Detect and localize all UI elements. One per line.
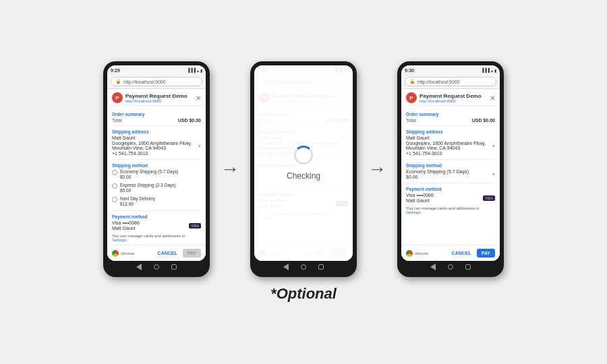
- shipping-address-3: Googleplex, 1600 Amphitheatre Pkwy, Moun…: [406, 141, 492, 150]
- payment-detail-1: Visa ••••0086 Matt Gaunt: [112, 220, 140, 231]
- chrome-label-1: chrome: [121, 251, 134, 255]
- phone-nav-2: [254, 261, 353, 273]
- settings-link-1[interactable]: Settings.: [112, 238, 127, 242]
- option-price-1c: $12.00: [120, 202, 134, 206]
- payment-row-3: Visa ••••0086 Matt Gaunt VISA: [406, 193, 495, 204]
- radio-1b[interactable]: [112, 183, 117, 189]
- shipping-addr-row-1: Matt Gaunt Googleplex, 1600 Amphitheatre…: [112, 135, 201, 156]
- option-text-1c: Next Day Delivery $12.00: [120, 196, 155, 208]
- arrow-2: →: [368, 158, 386, 180]
- shipping-economy-row: Economy Shipping (5-7 Days) $0.00 ▾: [406, 169, 495, 180]
- card-holder-1: Matt Gaunt: [112, 226, 140, 231]
- recents-btn-3[interactable]: [465, 264, 471, 270]
- total-label-3: Total: [406, 118, 416, 123]
- chrome-logo-3: [406, 250, 413, 257]
- shipping-addr-row-3: Matt Gaunt Googleplex, 1600 Amphitheatre…: [406, 135, 495, 156]
- option-price-1b: $5.00: [120, 188, 131, 193]
- chrome-header-1: 🔒 http://localhost:9000: [107, 75, 206, 89]
- battery-icon-3: ▮: [494, 68, 496, 73]
- payment-sheet-3: P Payment Request Demo http://localhost:…: [401, 89, 500, 261]
- order-summary-label-3: Order summary: [406, 112, 495, 117]
- shipping-addr-detail-3: Matt Gaunt Googleplex, 1600 Amphitheatre…: [406, 135, 492, 156]
- shipping-method-label-3: Shipping method: [406, 163, 495, 168]
- chevron-addr-3: ▾: [492, 144, 495, 149]
- radio-1c[interactable]: [112, 197, 117, 202]
- shipping-addr-label-1: Shipping address: [112, 129, 201, 134]
- footer-chrome-1: chrome: [112, 250, 134, 257]
- footer-buttons-1: CANCEL PAY: [156, 249, 201, 257]
- back-btn-1[interactable]: [136, 264, 142, 270]
- phone-nav-3: [401, 261, 500, 273]
- pay-btn-1[interactable]: PAY: [183, 249, 201, 257]
- sheet-title-group-3: Payment Request Demo http://localhost:90…: [420, 93, 482, 103]
- sheet-title-group-1: Payment Request Demo http://localhost:90…: [125, 93, 187, 103]
- sheet-footer-3: chrome CANCEL PAY: [401, 245, 500, 261]
- status-icons-3: ▐▐▐ ▴ ▮: [481, 68, 496, 73]
- shipping-phone-1: +1 541-754-3010: [112, 151, 198, 156]
- option-label-1b: Express Shipping (2-3 Days): [120, 183, 176, 187]
- url-bar-1[interactable]: 🔒 http://localhost:9000: [111, 77, 202, 86]
- chrome-header-3: 🔒 http://localhost:9000: [401, 75, 500, 89]
- cancel-btn-3[interactable]: CANCEL: [450, 249, 473, 257]
- lock-icon-3: 🔒: [409, 79, 415, 84]
- url-text-3: http://localhost:9000: [417, 80, 460, 84]
- shipping-option-1c[interactable]: Next Day Delivery $12.00: [112, 196, 201, 208]
- payment-sheet-1: P Payment Request Demo http://localhost:…: [107, 89, 206, 261]
- status-bar-1: 9:29 ▐▐▐ ▴ ▮: [107, 65, 206, 75]
- sheet-icon-3: P: [406, 92, 417, 103]
- shipping-option-1b[interactable]: Express Shipping (2-3 Days) $5.00: [112, 183, 201, 194]
- sheet-footer-1: chrome CANCEL PAY: [107, 245, 206, 261]
- status-icons-1: ▐▐▐ ▴ ▮: [187, 68, 202, 73]
- card-number-3: Visa ••••0086: [406, 193, 434, 198]
- shipping-addr-label-3: Shipping address: [406, 129, 495, 134]
- back-btn-2[interactable]: [283, 264, 289, 270]
- visa-badge-3: VISA: [483, 195, 495, 201]
- sheet-url-3: http://localhost:9000: [420, 99, 482, 103]
- chevron-addr-1: ▾: [198, 144, 201, 149]
- sheet-header-3: P Payment Request Demo http://localhost:…: [401, 89, 500, 106]
- home-btn-2[interactable]: [301, 264, 306, 270]
- phone-3: 9:30 ▐▐▐ ▴ ▮ 🔒 http://localhost:9000 P: [397, 61, 504, 277]
- url-bar-3[interactable]: 🔒 http://localhost:9000: [405, 77, 496, 86]
- phone-3-screen: 9:30 ▐▐▐ ▴ ▮ 🔒 http://localhost:9000 P: [401, 65, 500, 261]
- pay-btn-3[interactable]: PAY: [477, 249, 495, 257]
- option-text-1a: Economy Shipping (5-7 Days) $0.00: [120, 169, 178, 181]
- shipping-name-3: Matt Gaunt: [406, 135, 492, 140]
- economy-price-3: $0.00: [406, 175, 469, 179]
- sheet-header-1: P Payment Request Demo http://localhost:…: [107, 89, 206, 106]
- url-text-1: http://localhost:9000: [123, 80, 166, 84]
- phone-2: 9:29 ▐▐▐ ▴ ▮ 🔒 http://localhost:9000 P: [250, 61, 357, 277]
- phones-container: 9:29 ▐▐▐ ▴ ▮ 🔒 http://localhost:9000 P: [103, 61, 504, 277]
- back-btn-3[interactable]: [430, 264, 436, 270]
- home-btn-3[interactable]: [448, 264, 453, 270]
- phone-1-screen: 9:29 ▐▐▐ ▴ ▮ 🔒 http://localhost:9000 P: [107, 65, 206, 261]
- settings-link-3[interactable]: Settings.: [406, 210, 422, 214]
- settings-text-1: You can manage cards and addresses in Se…: [112, 234, 201, 242]
- phone-nav-1: [107, 261, 206, 273]
- recents-btn-2[interactable]: [318, 264, 324, 270]
- footer-chrome-3: chrome: [406, 250, 428, 257]
- home-btn-1[interactable]: [154, 264, 159, 270]
- close-btn-3[interactable]: ✕: [490, 94, 495, 102]
- option-label-1c: Next Day Delivery: [120, 196, 155, 201]
- payment-row-1: Visa ••••0086 Matt Gaunt VISA: [112, 220, 201, 231]
- sheet-title-1: Payment Request Demo: [125, 93, 187, 99]
- cancel-btn-1[interactable]: CANCEL: [156, 249, 179, 257]
- sheet-url-1: http://localhost:9000: [125, 99, 187, 103]
- option-label-1a: Economy Shipping (5-7 Days): [120, 169, 178, 174]
- option-text-1b: Express Shipping (2-3 Days) $5.00: [120, 183, 176, 194]
- total-label-1: Total: [112, 118, 122, 123]
- card-number-1: Visa ••••0086: [112, 220, 140, 225]
- battery-icon: ▮: [200, 68, 202, 73]
- total-value-1: USD $0.00: [178, 118, 201, 123]
- payment-method-label-3: Payment method: [406, 187, 495, 191]
- recents-btn-1[interactable]: [171, 264, 177, 270]
- radio-1a[interactable]: [112, 170, 117, 175]
- time-1: 9:29: [111, 68, 120, 73]
- sheet-icon-1: P: [112, 92, 123, 103]
- visa-badge-1: VISA: [189, 223, 201, 229]
- total-row-3: Total USD $0.00: [406, 118, 495, 123]
- shipping-option-1a[interactable]: Economy Shipping (5-7 Days) $0.00: [112, 169, 201, 181]
- economy-label-3: Economy Shipping (5-7 Days): [406, 169, 469, 174]
- close-btn-1[interactable]: ✕: [196, 94, 201, 102]
